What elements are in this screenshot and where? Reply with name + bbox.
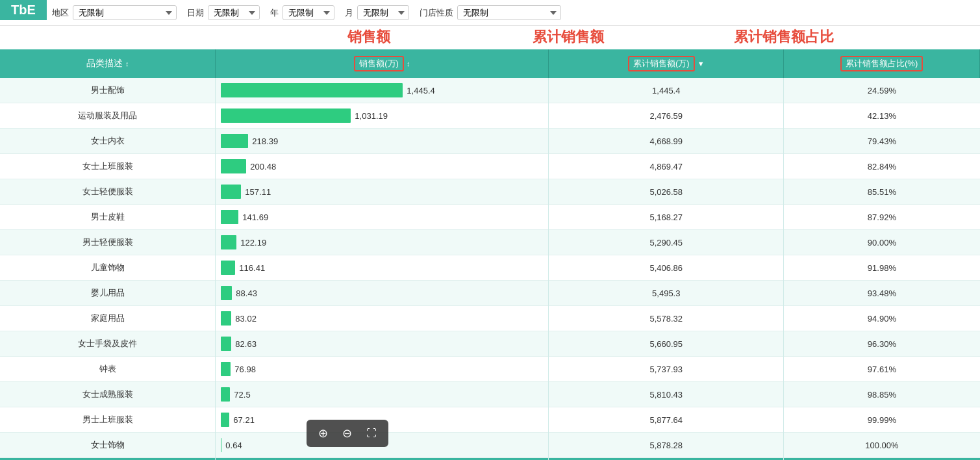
cell-cum-pct: 96.30% [784,331,980,357]
cell-cum-sales: 5,878.28 [549,433,784,458]
cell-category: 男士上班服装 [0,407,216,433]
table-wrapper: 品类描述 ↕ 销售额(万) ↕ 累计销售额(万) ▼ [0,49,980,460]
table-row: 男士配饰 1,445.4 1,445.4 24.59% [0,78,980,103]
top-bar: 地区 无限制 日期 无限制 年 无限制 月 无限制 门店性质 无限制 [0,0,980,26]
total-cum-sales: 5,878.28 [549,458,784,461]
cell-sales: 200.48 [216,154,549,179]
region-filter: 地区 无限制 [52,5,177,20]
table-row: 女士成熟服装 72.5 5,810.43 98.85% [0,382,980,407]
cell-sales: 76.98 [216,357,549,382]
table-row: 运动服装及用品 1,031.19 2,476.59 42.13% [0,103,980,129]
cell-category: 男士轻便服装 [0,230,216,255]
sort-icon-category[interactable]: ↕ [125,60,129,68]
header-sales: 销售额(万) ↕ [216,49,549,78]
date-select[interactable]: 无限制 [208,5,260,20]
cell-category: 钟表 [0,357,216,382]
cell-cum-sales: 1,445.4 [549,78,784,103]
cell-cum-sales: 4,668.99 [549,129,784,154]
cell-cum-pct: 97.61% [784,357,980,382]
month-select[interactable]: 无限制 [357,5,409,20]
cell-sales: 116.41 [216,255,549,281]
table-row: 男士轻便服装 122.19 5,290.45 90.00% [0,230,980,255]
cell-category: 婴儿用品 [0,281,216,306]
cell-category: 男士配饰 [0,78,216,103]
date-filter: 日期 无限制 [187,5,260,20]
cell-cum-sales: 5,495.3 [549,281,784,306]
annotation-cum-pct: 累计销售额占比 [734,27,834,47]
cell-sales: 88.43 [216,281,549,306]
cell-cum-sales: 2,476.59 [549,103,784,129]
cell-category: 女士成熟服装 [0,382,216,407]
store-select[interactable]: 无限制 [457,5,561,20]
region-select[interactable]: 无限制 [73,5,177,20]
table-header-row: 品类描述 ↕ 销售额(万) ↕ 累计销售额(万) ▼ [0,49,980,78]
total-label: 合计 [0,458,216,461]
table-row: 男士上班服装 67.21 5,877.64 99.99% [0,407,980,433]
cell-cum-sales: 5,660.95 [549,331,784,357]
cell-cum-pct: 90.00% [784,230,980,255]
annotation-cum-sales: 累计销售额 [533,27,604,47]
cell-cum-pct: 85.51% [784,179,980,205]
cell-cum-pct: 94.90% [784,306,980,331]
cell-cum-sales: 5,810.43 [549,382,784,407]
cell-cum-pct: 98.85% [784,382,980,407]
table-row: 女士饰物 0.64 5,878.28 100.00% [0,433,980,458]
month-filter: 月 无限制 [345,5,409,20]
cell-sales: 218.39 [216,129,549,154]
table-row: 儿童饰物 116.41 5,406.86 91.98% [0,255,980,281]
cell-cum-sales: 5,737.93 [549,357,784,382]
cell-category: 运动服装及用品 [0,103,216,129]
cell-category: 女士上班服装 [0,154,216,179]
year-select[interactable]: 无限制 [283,5,334,20]
cell-cum-sales: 5,406.86 [549,255,784,281]
total-cum-pct: 100.00% [784,458,980,461]
zoom-in-button[interactable]: ⊕ [316,425,331,442]
zoom-out-button[interactable]: ⊖ [340,425,355,442]
region-label: 地区 [52,7,69,19]
year-label: 年 [270,7,279,19]
table-row: 女士内衣 218.39 4,668.99 79.43% [0,129,980,154]
table-row: 女士手袋及皮件 82.63 5,660.95 96.30% [0,331,980,357]
cell-cum-sales: 5,026.58 [549,179,784,205]
cell-category: 家庭用品 [0,306,216,331]
cell-cum-sales: 5,290.45 [549,230,784,255]
table-row: 钟表 76.98 5,737.93 97.61% [0,357,980,382]
cell-sales: 1,445.4 [216,78,549,103]
cell-cum-pct: 91.98% [784,255,980,281]
cell-cum-sales: 5,578.32 [549,306,784,331]
cell-cum-sales: 4,869.47 [549,154,784,179]
cum-pct-label-box: 累计销售额占比(%) [840,56,923,71]
store-label: 门店性质 [420,7,453,19]
cell-cum-sales: 5,168.27 [549,205,784,230]
header-category: 品类描述 ↕ [0,49,216,78]
annotation-sales: 销售额 [347,27,390,47]
cell-cum-pct: 24.59% [784,78,980,103]
cell-cum-pct: 42.13% [784,103,980,129]
sort-icon-cum-sales[interactable]: ▼ [697,60,705,68]
cell-cum-pct: 87.92% [784,205,980,230]
header-cum-pct: 累计销售额占比(%) [784,49,980,78]
cell-sales: 141.69 [216,205,549,230]
data-table: 品类描述 ↕ 销售额(万) ↕ 累计销售额(万) ▼ [0,49,980,460]
sort-icon-sales[interactable]: ↕ [407,60,410,68]
annotations-row: 销售额 累计销售额 累计销售额占比 [0,26,980,49]
header-cum-sales: 累计销售额(万) ▼ [549,49,784,78]
cell-sales: 82.63 [216,331,549,357]
cell-category: 女士轻便服装 [0,179,216,205]
cell-category: 女士手袋及皮件 [0,331,216,357]
cell-sales: 83.02 [216,306,549,331]
cell-category: 男士皮鞋 [0,205,216,230]
cell-sales: 122.19 [216,230,549,255]
cell-category: 女士饰物 [0,433,216,458]
cell-cum-pct: 99.99% [784,407,980,433]
cell-category: 儿童饰物 [0,255,216,281]
cum-sales-label-box: 累计销售额(万) [628,56,695,71]
store-filter: 门店性质 无限制 [420,5,561,20]
month-label: 月 [345,7,353,19]
cell-sales: 1,031.19 [216,103,549,129]
cell-cum-pct: 100.00% [784,433,980,458]
cell-cum-pct: 79.43% [784,129,980,154]
fullscreen-button[interactable]: ⛶ [364,426,379,441]
cell-sales: 72.5 [216,382,549,407]
cell-sales: 157.11 [216,179,549,205]
